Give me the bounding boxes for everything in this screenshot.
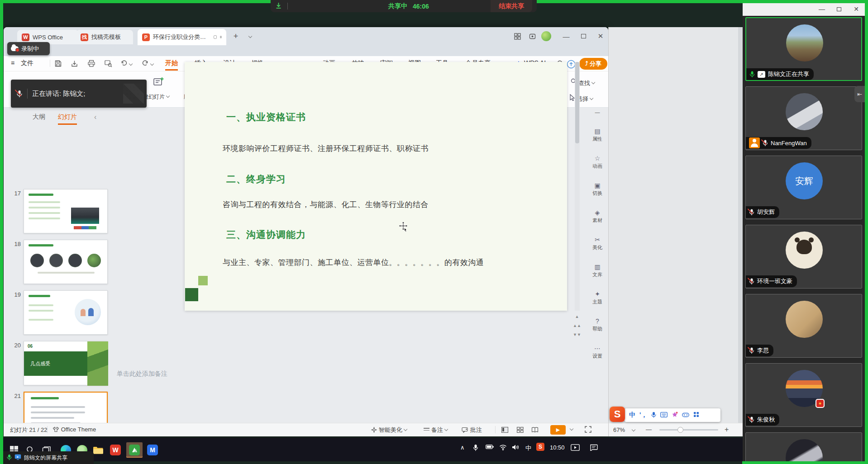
tab-outline[interactable]: 大纲 [33, 113, 45, 121]
hamburger-icon[interactable]: ≡ [11, 59, 14, 66]
file-menu[interactable]: 文件 [21, 59, 33, 67]
sogou-logo-icon[interactable]: S [610, 407, 625, 422]
participant-tile[interactable]: 安辉 胡安辉 [745, 156, 862, 219]
slide-thumbnail-18[interactable] [24, 240, 108, 284]
slide-sorter-icon[interactable] [517, 427, 524, 433]
tray-ime-mode[interactable]: 中 [525, 444, 531, 452]
zoom-level[interactable]: 67% [613, 426, 625, 433]
ime-punctuation-button[interactable]: '， [639, 411, 647, 419]
panel-close-button[interactable]: ✕ [849, 5, 863, 13]
comments-button[interactable]: 批注 [462, 426, 482, 434]
tab-docer-template[interactable]: 找 找稿壳模板 [76, 30, 133, 44]
download-icon[interactable] [275, 2, 282, 10]
slide-thumbnail-19[interactable] [24, 290, 108, 335]
tray-clock[interactable]: 10:50 [550, 444, 565, 451]
wps-presentation-app-icon[interactable] [126, 442, 143, 458]
tab-slides[interactable]: 幻灯片 [58, 113, 77, 125]
next-slide-button[interactable]: ▼▼ [573, 331, 581, 339]
workspace-icon[interactable] [526, 31, 538, 42]
ime-voice-icon[interactable] [651, 412, 656, 419]
ime-keyboard-icon[interactable] [660, 412, 668, 419]
new-slide-icon[interactable] [153, 76, 165, 89]
tray-wifi-icon[interactable] [499, 444, 507, 452]
tab-list-button[interactable] [243, 31, 255, 42]
participant-tile[interactable]: ★ 朱俊秋 [745, 363, 862, 427]
thumbnail-image [71, 208, 99, 224]
save-icon[interactable] [54, 60, 62, 69]
participant-tile[interactable] [745, 432, 862, 464]
collapse-panel-button[interactable]: ⇤ [854, 86, 865, 102]
participant-tile[interactable]: NanFengWan [745, 86, 862, 150]
tray-battery-icon[interactable] [486, 444, 494, 451]
undo-icon[interactable] [120, 60, 132, 68]
tray-volume-icon[interactable] [512, 444, 520, 452]
participant-tile[interactable]: 李思 [745, 294, 862, 358]
rail-assets[interactable]: ◈素材 [587, 209, 608, 224]
reading-view-icon[interactable] [531, 427, 538, 433]
play-slideshow-button[interactable]: ▶ [550, 425, 566, 435]
stop-share-button[interactable]: 结束共享 [491, 0, 532, 12]
fullscreen-icon[interactable] [585, 426, 591, 434]
rail-animation[interactable]: ☆动画 [587, 155, 608, 170]
redo-icon[interactable] [142, 60, 153, 68]
notification-center-icon[interactable] [590, 444, 598, 452]
smart-beautify-button[interactable]: 智能美化 [371, 426, 407, 434]
panel-minimize-button[interactable]: — [815, 5, 829, 13]
export-icon[interactable] [71, 60, 78, 69]
ime-skin-icon[interactable] [672, 412, 678, 419]
meeting-app-icon[interactable]: M [144, 442, 161, 458]
notes-placeholder[interactable]: 单击此处添加备注 [117, 370, 167, 378]
zoom-caret[interactable] [630, 427, 635, 434]
normal-view-icon[interactable] [501, 427, 508, 433]
tray-mic-icon[interactable] [473, 444, 478, 453]
tray-sogou-icon[interactable]: S [536, 443, 544, 451]
rail-transition[interactable]: ▣切换 [587, 182, 608, 197]
theme-button[interactable]: Office Theme [52, 426, 96, 433]
scrollbar-thumb[interactable] [575, 62, 579, 143]
wps-office-app-icon[interactable]: W [107, 442, 124, 458]
minimize-button[interactable]: — [560, 31, 572, 42]
divider [287, 3, 288, 9]
zoom-slider[interactable] [659, 429, 718, 431]
avatar [786, 24, 823, 62]
ime-mode-button[interactable]: 中 [629, 411, 635, 419]
upload-cloud-icon[interactable] [567, 60, 576, 70]
print-preview-icon[interactable] [104, 60, 112, 69]
rail-settings[interactable]: ⋯设置 [587, 345, 608, 360]
previous-slide-button[interactable]: ▲▲ [573, 322, 581, 330]
rail-collapse-icon[interactable]: — [587, 109, 608, 115]
zoom-slider-knob[interactable] [677, 427, 683, 433]
panel-maximize-button[interactable] [832, 5, 846, 13]
slide-thumbnail-20[interactable]: 06 几点感受 [24, 341, 108, 385]
rail-theme[interactable]: ✦主题 [587, 290, 608, 305]
tab-presentation[interactable]: P 环保行业职业分类与介绍-增加 [138, 29, 226, 45]
play-options-caret[interactable] [568, 426, 573, 433]
account-avatar[interactable] [540, 31, 552, 42]
zoom-in-button[interactable]: + [725, 426, 729, 434]
background-scrollbar[interactable] [738, 27, 743, 423]
rail-properties[interactable]: ▤属性 [587, 128, 608, 142]
print-icon[interactable] [87, 60, 95, 69]
menu-home[interactable]: 开始 [165, 59, 178, 71]
apps-grid-icon[interactable] [511, 31, 523, 42]
speaker-notes-button[interactable]: 备注 [424, 426, 448, 434]
close-button[interactable]: ✕ [595, 31, 606, 42]
zoom-out-button[interactable]: — [646, 426, 652, 433]
scroll-up-button[interactable]: ▲ [573, 313, 581, 321]
share-button[interactable]: ⤴ 分享 [579, 58, 607, 70]
collapse-panel-icon[interactable]: ‹ [94, 113, 96, 121]
new-tab-button[interactable]: + [230, 31, 242, 42]
slide-canvas[interactable]: 一、执业资格证书 环境影响评价工程师证书、注册环保工程师证书、职称证书 二、终身… [185, 62, 567, 311]
slide-thumbnail-17[interactable] [24, 189, 108, 233]
maximize-button[interactable] [577, 31, 589, 42]
participant-tile[interactable]: ↗ 陈锦文正在共享 [745, 17, 862, 81]
tray-video-popup-icon[interactable] [571, 444, 580, 452]
find-button[interactable]: 查找 [578, 79, 595, 87]
ime-toolbox-icon[interactable] [693, 412, 699, 419]
rail-beautify[interactable]: ✂美化 [587, 236, 608, 251]
participant-tile[interactable]: 环境一班文豪 [745, 225, 862, 289]
rail-library[interactable]: ▥文库 [587, 263, 608, 278]
ime-game-icon[interactable] [682, 412, 689, 419]
tray-expand-icon[interactable]: ∧ [460, 444, 465, 451]
rail-help[interactable]: ?帮助 [587, 317, 608, 332]
